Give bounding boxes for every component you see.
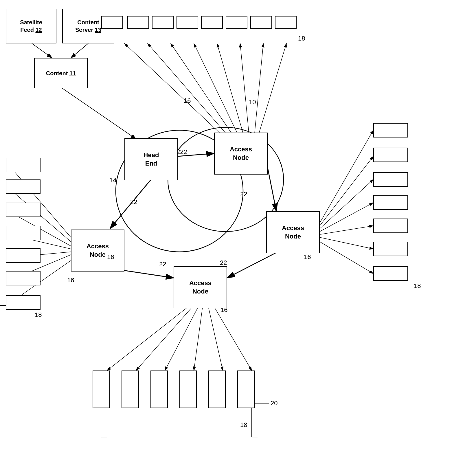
content-server-label: ContentServer 13 bbox=[75, 19, 101, 34]
content-box: Content 11 bbox=[34, 58, 88, 88]
label-20: 20 bbox=[271, 399, 277, 407]
right-box-2 bbox=[373, 148, 408, 162]
access-node-right-box: AccessNode bbox=[266, 211, 320, 253]
top-box-7 bbox=[250, 16, 272, 29]
svg-line-7 bbox=[124, 43, 220, 133]
head-end-box: HeadEnd bbox=[124, 138, 178, 180]
svg-line-37 bbox=[208, 307, 223, 371]
label-18-bottom: 18 bbox=[240, 421, 247, 429]
label-22-5: 22 bbox=[220, 259, 227, 267]
top-box-1 bbox=[101, 16, 123, 29]
satellite-feed-label: SatelliteFeed 12 bbox=[20, 19, 42, 34]
top-box-3 bbox=[152, 16, 174, 29]
label-10: 10 bbox=[249, 98, 256, 106]
left-box-5 bbox=[6, 248, 41, 263]
left-box-3 bbox=[6, 203, 41, 217]
access-node-right-label: AccessNode bbox=[282, 224, 304, 241]
top-box-6 bbox=[226, 16, 247, 29]
bottom-box-3 bbox=[150, 371, 168, 408]
svg-line-33 bbox=[107, 307, 188, 371]
label-18-right: 18 bbox=[414, 282, 421, 290]
access-node-top-label: AccessNode bbox=[230, 145, 252, 162]
label-18-top: 18 bbox=[298, 35, 305, 42]
label-16-right: 16 bbox=[304, 253, 311, 261]
right-box-3 bbox=[373, 172, 408, 187]
label-16-top: 16 bbox=[184, 97, 191, 104]
label-22-4: 22 bbox=[159, 261, 166, 268]
right-box-4 bbox=[373, 195, 408, 210]
svg-line-36 bbox=[194, 307, 203, 371]
svg-line-5 bbox=[60, 87, 136, 139]
label-18-left: 18 bbox=[35, 311, 42, 319]
left-box-1 bbox=[6, 158, 41, 172]
svg-line-16 bbox=[268, 168, 276, 211]
label-22-3: 22 bbox=[240, 190, 247, 198]
right-box-7 bbox=[373, 266, 408, 281]
top-box-4 bbox=[177, 16, 198, 29]
access-node-top-box: AccessNode bbox=[214, 133, 268, 175]
svg-line-27 bbox=[320, 156, 373, 226]
bottom-box-4 bbox=[179, 371, 197, 408]
svg-line-30 bbox=[320, 226, 373, 234]
label-16-left: 16 bbox=[107, 253, 114, 261]
diagram-container: SatelliteFeed 12 ContentServer 13 Conten… bbox=[0, 0, 476, 464]
access-node-left-box: AccessNode bbox=[71, 230, 124, 272]
svg-line-32 bbox=[320, 242, 373, 274]
bottom-box-2 bbox=[122, 371, 139, 408]
svg-line-8 bbox=[148, 43, 226, 133]
svg-line-9 bbox=[171, 43, 231, 133]
access-node-left-label: AccessNode bbox=[87, 242, 109, 259]
bottom-box-6 bbox=[237, 371, 255, 408]
left-box-7 bbox=[6, 295, 41, 310]
svg-line-28 bbox=[320, 179, 373, 229]
bottom-box-5 bbox=[208, 371, 226, 408]
svg-line-18 bbox=[227, 252, 278, 278]
svg-line-14 bbox=[259, 43, 286, 133]
svg-line-34 bbox=[136, 307, 192, 371]
access-node-bottom-label: AccessNode bbox=[189, 279, 212, 296]
svg-line-10 bbox=[194, 43, 237, 133]
satellite-feed-box: SatelliteFeed 12 bbox=[6, 9, 56, 43]
svg-line-31 bbox=[320, 237, 373, 249]
top-box-2 bbox=[127, 16, 149, 29]
label-16-bottom: 16 bbox=[220, 306, 227, 314]
svg-line-11 bbox=[217, 43, 243, 133]
access-node-bottom-box: AccessNode bbox=[174, 266, 227, 308]
top-box-8 bbox=[275, 16, 297, 29]
svg-line-17 bbox=[116, 269, 174, 278]
head-end-label: HeadEnd bbox=[144, 151, 159, 168]
svg-line-13 bbox=[255, 43, 263, 133]
svg-line-3 bbox=[32, 43, 52, 58]
label-22-2: 22 bbox=[130, 198, 137, 206]
content-label: Content 11 bbox=[46, 69, 76, 77]
right-box-5 bbox=[373, 219, 408, 233]
left-box-4 bbox=[6, 226, 41, 240]
right-box-1 bbox=[373, 123, 408, 137]
svg-line-38 bbox=[214, 307, 252, 371]
label-22-1: 222 bbox=[177, 148, 187, 156]
svg-line-26 bbox=[320, 130, 373, 223]
bottom-box-1 bbox=[93, 371, 110, 408]
left-box-6 bbox=[6, 271, 41, 285]
left-box-2 bbox=[6, 179, 41, 194]
svg-line-35 bbox=[165, 307, 198, 371]
top-box-5 bbox=[201, 16, 223, 29]
svg-line-4 bbox=[71, 43, 88, 58]
label-16-bottom-left: 16 bbox=[67, 276, 74, 284]
svg-line-12 bbox=[240, 43, 249, 133]
right-box-6 bbox=[373, 242, 408, 256]
label-14: 14 bbox=[109, 177, 116, 184]
svg-line-29 bbox=[320, 203, 373, 232]
